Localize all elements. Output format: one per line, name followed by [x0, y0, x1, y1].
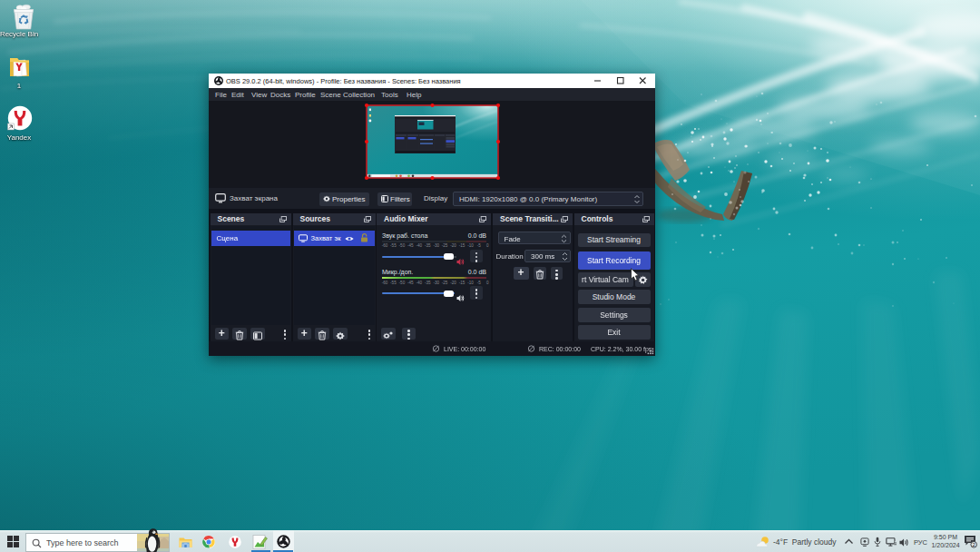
svg-text:-25: -25 [442, 281, 448, 285]
svg-text:-40: -40 [416, 243, 422, 248]
svg-text:-25: -25 [442, 243, 448, 248]
svg-text:-20: -20 [450, 243, 456, 248]
svg-text:0: 0 [486, 281, 489, 285]
svg-text:-45: -45 [407, 243, 414, 248]
svg-text:-55: -55 [390, 243, 397, 248]
svg-text:-40: -40 [416, 281, 422, 285]
svg-text:-15: -15 [459, 243, 466, 248]
svg-text:-50: -50 [399, 243, 406, 248]
svg-text:-60: -60 [382, 243, 388, 248]
svg-text:-20: -20 [450, 281, 456, 285]
svg-text:-5: -5 [477, 243, 482, 248]
svg-text:-15: -15 [459, 281, 466, 285]
svg-text:-5: -5 [477, 281, 482, 285]
svg-text:-50: -50 [399, 281, 406, 285]
svg-text:-35: -35 [425, 281, 431, 285]
svg-text:-10: -10 [467, 243, 474, 248]
svg-text:-30: -30 [433, 281, 439, 285]
svg-text:-45: -45 [407, 281, 414, 285]
svg-text:-55: -55 [390, 281, 397, 285]
svg-text:-60: -60 [382, 281, 388, 285]
svg-text:-35: -35 [425, 243, 431, 248]
svg-text:-10: -10 [467, 281, 474, 285]
svg-text:-30: -30 [433, 243, 439, 248]
svg-text:0: 0 [486, 243, 489, 248]
